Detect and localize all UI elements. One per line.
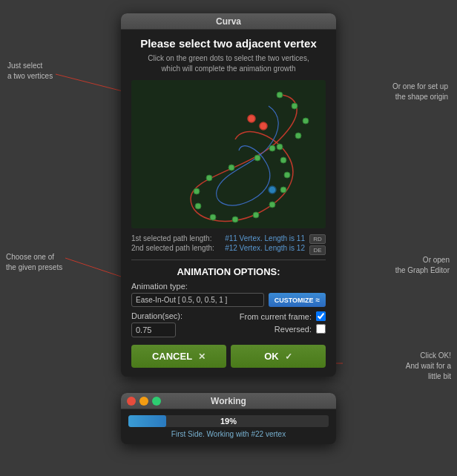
cancel-icon: ✕ [198,351,206,362]
ok-button[interactable]: OK ✓ [231,345,326,368]
svg-point-22 [232,216,238,222]
svg-point-31 [269,186,276,194]
svg-point-13 [303,118,309,124]
annotation-bot-right: Click OK! And wait for a little bit [406,351,451,382]
working-title: Working [211,396,246,406]
path-info-second: 2nd selected path length: #12 Vertex. Le… [131,244,305,252]
svg-point-27 [280,157,286,163]
svg-point-14 [295,133,301,139]
svg-point-29 [260,122,267,130]
dialog-titlebar: Curva [121,13,336,30]
reversed-label: Reversed: [274,325,312,334]
animation-type-row: Animation type: Ease-In-Out [ 0.5, 0, 0.… [131,282,326,307]
ok-icon: ✓ [285,351,292,362]
curve-canvas [131,80,326,228]
duration-col: Duration(sec): [131,311,225,337]
working-dialog: Working 19% First Side. Working with #22… [121,393,336,444]
svg-point-15 [277,144,283,150]
window-controls [127,397,161,406]
customize-button[interactable]: CUSTOMIZE ≈ [269,293,326,307]
dialog-body: Please select two adjacent vertex Click … [121,30,336,377]
cancel-button[interactable]: CANCEL ✕ [131,345,226,368]
svg-point-16 [254,155,260,161]
window-close-button[interactable] [127,397,136,406]
path-btn-rd[interactable]: RD [309,234,326,244]
dialog-header-title: Please select two adjacent vertex [131,37,326,50]
svg-point-17 [228,165,234,171]
animation-type-controls: Ease-In-Out [ 0.5, 0, 0.5, 1 ] Linear [ … [131,293,326,307]
progress-label: 19% [128,415,329,427]
svg-point-11 [277,92,283,98]
window-maximize-button[interactable] [152,397,161,406]
cancel-label: CANCEL [152,351,192,362]
customize-icon: ≈ [316,296,320,304]
from-current-frame-label: From current frame: [240,312,312,321]
svg-point-19 [194,188,200,194]
svg-point-24 [269,202,275,208]
reversed-checkbox[interactable] [316,324,326,334]
working-titlebar: Working [121,393,336,409]
from-current-frame-row: From current frame: [232,311,326,321]
annotation-mid-left: Choose one of the given presets [6,252,62,273]
svg-rect-10 [131,80,326,228]
working-status: First Side. Working with #22 vertex [128,430,329,438]
action-buttons: CANCEL ✕ OK ✓ [131,345,326,368]
svg-point-23 [253,212,259,218]
reversed-row: Reversed: [232,324,326,334]
annotation-top-left: Just select a two vertices [7,61,53,82]
window-minimize-button[interactable] [139,397,148,406]
animation-type-label: Animation type: [131,282,326,291]
canvas-area[interactable] [131,80,326,228]
svg-point-18 [206,175,212,181]
path-btn-de[interactable]: DE [309,245,326,255]
svg-point-20 [195,203,201,209]
dialog-header-subtitle: Click on the green dots to select the tw… [131,53,326,74]
divider [131,260,326,260]
working-body: 19% First Side. Working with #22 vertex [121,409,336,444]
path-info-first: 1st selected path length: #11 Vertex. Le… [131,234,305,242]
from-current-frame-checkbox[interactable] [316,311,326,321]
duration-label: Duration(sec): [131,311,225,320]
svg-point-30 [248,115,255,122]
anim-options-title: ANIMATION OPTIONS: [131,266,326,277]
annotation-top-right: Or one for set up the shape origin [392,82,448,102]
progress-container: 19% [128,415,329,427]
path-info-section: 1st selected path length: #11 Vertex. Le… [131,234,326,255]
path-buttons-group: RD DE [309,234,326,255]
svg-point-25 [280,187,286,193]
main-dialog: Curva Please select two adjacent vertex … [121,13,336,377]
svg-point-21 [210,214,216,220]
ok-label: OK [264,351,279,362]
svg-point-12 [292,103,297,109]
svg-point-28 [269,145,275,151]
checkboxes-col: From current frame: Reversed: [232,311,326,337]
animation-type-select[interactable]: Ease-In-Out [ 0.5, 0, 0.5, 1 ] Linear [ … [131,293,264,307]
annotation-mid-right: Or open the Graph Editor [395,255,450,276]
duration-checkboxes-row: Duration(sec): From current frame: Rever… [131,311,326,337]
duration-input[interactable] [131,323,176,337]
dialog-title: Curva [216,16,241,27]
svg-point-26 [284,172,290,178]
